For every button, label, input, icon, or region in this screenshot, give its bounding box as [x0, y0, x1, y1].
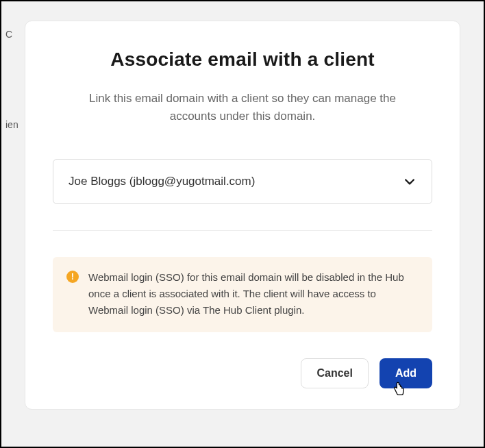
background-text: ien — [5, 119, 18, 130]
modal-actions: Cancel Add — [53, 358, 432, 388]
warning-text: Webmail login (SSO) for this email domai… — [88, 269, 419, 319]
divider — [53, 230, 432, 231]
chevron-down-icon — [403, 175, 416, 188]
client-select[interactable]: Joe Bloggs (jblogg@yugotmail.com) — [53, 159, 432, 204]
cancel-button[interactable]: Cancel — [301, 358, 368, 388]
warning-icon: ! — [66, 271, 79, 283]
modal-title: Associate email with a client — [53, 49, 432, 71]
warning-alert: ! Webmail login (SSO) for this email dom… — [53, 257, 432, 332]
add-button[interactable]: Add — [380, 358, 432, 388]
modal-description: Link this email domain with a client so … — [64, 90, 421, 126]
client-select-value: Joe Bloggs (jblogg@yugotmail.com) — [69, 175, 255, 188]
associate-email-modal: Associate email with a client Link this … — [25, 21, 460, 410]
background-text: C — [5, 29, 12, 40]
